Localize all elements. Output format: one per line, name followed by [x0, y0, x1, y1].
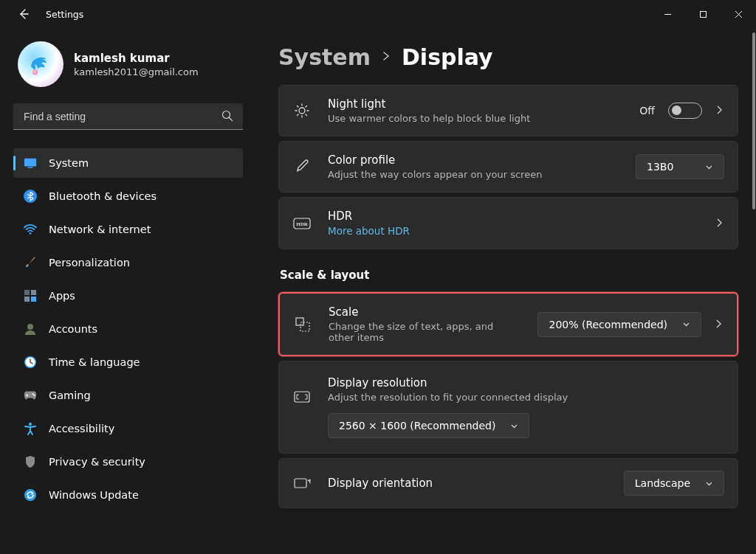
search-icon: [221, 109, 234, 125]
sidebar: kamlesh kumar kamlesh2011@gmail.com Syst…: [0, 28, 253, 554]
sun-icon: [292, 103, 312, 119]
scale-dropdown[interactable]: 200% (Recommended): [537, 312, 701, 337]
sidebar-item-accessibility[interactable]: Accessibility: [13, 414, 243, 443]
svg-rect-22: [296, 318, 303, 325]
nav-label: Apps: [49, 290, 75, 302]
resolution-dropdown[interactable]: 2560 × 1600 (Recommended): [328, 413, 529, 438]
scale-icon: [293, 316, 312, 333]
card-color-profile[interactable]: Color profile Adjust the way colors appe…: [278, 141, 738, 193]
nav-label: Bluetooth & devices: [49, 190, 157, 202]
nav-label: Accounts: [49, 323, 97, 335]
main-content: System Display Night light Use warmer co…: [253, 28, 756, 554]
sidebar-item-personalization[interactable]: Personalization: [13, 248, 243, 277]
chevron-down-icon: [510, 422, 518, 430]
scale-title: Scale: [329, 305, 521, 319]
sidebar-item-update[interactable]: Windows Update: [13, 480, 243, 510]
svg-point-19: [299, 108, 305, 114]
bluetooth-icon: [24, 190, 37, 203]
nav-label: Accessibility: [49, 423, 114, 434]
nav-label: Time & language: [49, 356, 140, 368]
night-light-state: Off: [639, 105, 655, 117]
wifi-icon: [24, 223, 37, 236]
svg-rect-25: [295, 479, 306, 488]
profile-block[interactable]: kamlesh kumar kamlesh2011@gmail.com: [13, 41, 243, 87]
svg-point-12: [27, 324, 33, 330]
svg-rect-11: [31, 297, 36, 302]
maximize-button[interactable]: [685, 0, 721, 28]
hdr-link[interactable]: More about HDR: [328, 225, 699, 237]
profile-email: kamlesh2011@gmail.com: [74, 66, 199, 77]
night-light-toggle[interactable]: [668, 103, 702, 119]
person-icon: [24, 322, 37, 336]
orientation-icon: [292, 476, 312, 491]
resolution-title: Display resolution: [328, 376, 724, 389]
sidebar-item-network[interactable]: Network & internet: [13, 215, 243, 244]
card-hdr[interactable]: HDR HDR More about HDR: [278, 197, 738, 249]
sidebar-item-accounts[interactable]: Accounts: [13, 314, 243, 344]
svg-point-17: [29, 423, 32, 426]
brush-icon: [24, 256, 37, 269]
breadcrumb: System Display: [278, 44, 738, 70]
accessibility-icon: [24, 422, 37, 435]
svg-rect-9: [31, 290, 36, 295]
window-title: Settings: [46, 9, 83, 20]
chevron-right-icon: [715, 319, 724, 330]
color-profile-title: Color profile: [328, 153, 619, 167]
svg-point-18: [24, 489, 36, 501]
search-input[interactable]: [13, 103, 243, 130]
card-resolution[interactable]: Display resolution Adjust the resolution…: [278, 361, 738, 454]
orientation-title: Display orientation: [328, 477, 608, 490]
shield-icon: [24, 455, 37, 468]
gamepad-icon: [24, 389, 37, 402]
orientation-value: Landscape: [635, 477, 690, 489]
sidebar-item-privacy[interactable]: Privacy & security: [13, 447, 243, 477]
resolution-icon: [292, 389, 312, 404]
breadcrumb-root[interactable]: System: [278, 44, 371, 70]
chevron-down-icon: [705, 479, 713, 488]
svg-point-16: [33, 395, 35, 396]
card-orientation[interactable]: Display orientation Landscape: [278, 458, 738, 508]
nav-label: Gaming: [49, 389, 91, 401]
svg-point-3: [223, 111, 230, 119]
chevron-right-icon: [381, 51, 391, 63]
night-light-title: Night light: [328, 97, 623, 111]
chevron-down-icon: [682, 320, 690, 328]
chevron-down-icon: [705, 163, 713, 171]
sidebar-item-system[interactable]: System: [13, 148, 243, 178]
sidebar-item-gaming[interactable]: Gaming: [13, 381, 243, 410]
card-night-light[interactable]: Night light Use warmer colors to help bl…: [278, 85, 738, 136]
chevron-right-icon: [715, 218, 724, 229]
hdr-icon: HDR: [292, 218, 312, 229]
color-profile-value: 13B0: [647, 161, 673, 173]
close-button[interactable]: [721, 0, 756, 28]
back-button[interactable]: [16, 7, 31, 21]
section-scale-layout: Scale & layout: [280, 269, 738, 282]
sidebar-item-bluetooth[interactable]: Bluetooth & devices: [13, 181, 243, 211]
color-profile-dropdown[interactable]: 13B0: [636, 154, 724, 179]
svg-rect-8: [24, 290, 30, 295]
sidebar-item-apps[interactable]: Apps: [13, 281, 243, 311]
svg-rect-0: [700, 11, 706, 17]
minimize-button[interactable]: [650, 0, 685, 28]
resolution-sub: Adjust the resolution to fit your connec…: [328, 392, 724, 403]
breadcrumb-page: Display: [402, 44, 493, 70]
apps-icon: [24, 289, 37, 302]
sidebar-item-time[interactable]: Time & language: [13, 347, 243, 377]
svg-rect-5: [27, 167, 32, 167]
orientation-dropdown[interactable]: Landscape: [624, 471, 724, 496]
nav-label: Windows Update: [49, 489, 139, 501]
resolution-value: 2560 × 1600 (Recommended): [339, 420, 495, 432]
eyedropper-icon: [292, 159, 312, 175]
svg-point-2: [33, 71, 35, 73]
hdr-title: HDR: [328, 210, 699, 223]
avatar: [18, 41, 63, 87]
scrollbar-thumb[interactable]: [752, 32, 755, 210]
scale-sub: Change the size of text, apps, and other…: [329, 321, 521, 343]
scale-value: 200% (Recommended): [549, 319, 667, 330]
color-profile-sub: Adjust the way colors appear on your scr…: [328, 169, 619, 180]
clock-icon: [24, 356, 37, 369]
night-light-sub: Use warmer colors to help block blue lig…: [328, 113, 623, 124]
card-scale[interactable]: Scale Change the size of text, apps, and…: [278, 292, 738, 356]
titlebar: Settings: [0, 0, 756, 28]
chevron-right-icon: [715, 105, 724, 117]
